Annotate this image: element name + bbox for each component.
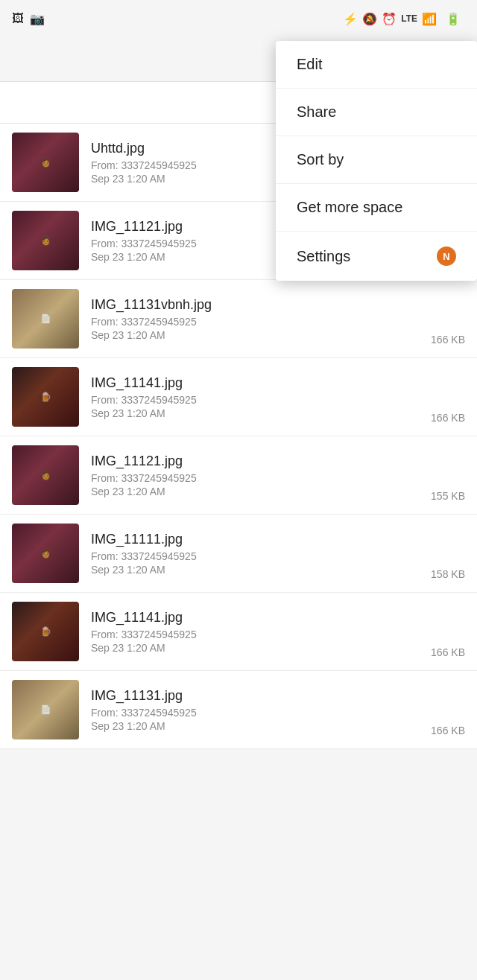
dropdown-item-label: Share xyxy=(297,104,336,121)
dropdown-item-share[interactable]: Share xyxy=(276,89,477,136)
dropdown-item-label: Sort by xyxy=(297,151,344,168)
dropdown-item-label: Edit xyxy=(297,56,322,73)
dropdown-overlay[interactable]: EditShareSort byGet more spaceSettingsN xyxy=(0,0,477,980)
dropdown-item-label: Settings xyxy=(297,248,350,265)
dropdown-item-label: Get more space xyxy=(297,199,402,216)
dropdown-item-sort-by[interactable]: Sort by xyxy=(276,136,477,184)
dropdown-item-settings[interactable]: SettingsN xyxy=(276,232,477,281)
new-badge: N xyxy=(437,246,456,266)
dropdown-item-get-more-space[interactable]: Get more space xyxy=(276,184,477,232)
dropdown-item-edit[interactable]: Edit xyxy=(276,41,477,89)
dropdown-menu: EditShareSort byGet more spaceSettingsN xyxy=(276,41,477,281)
